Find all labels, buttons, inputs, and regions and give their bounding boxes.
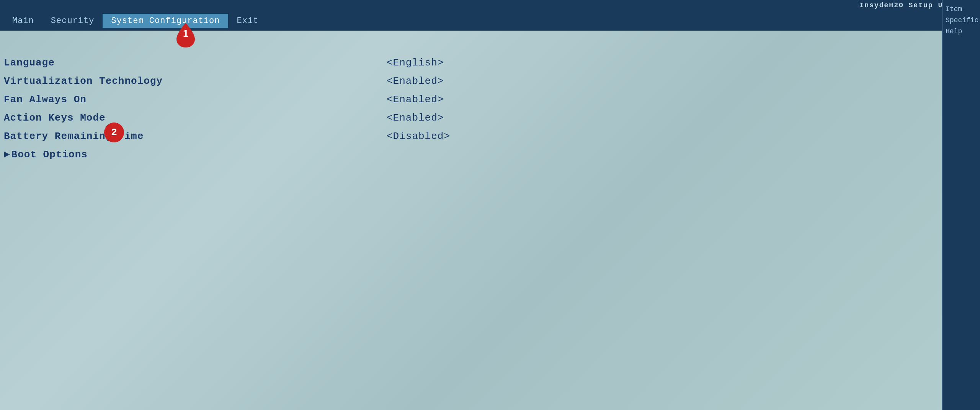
setting-row-language[interactable]: Language <English> [4, 54, 450, 72]
boot-options-arrow: ► [4, 149, 10, 160]
setting-label-action-keys: Action Keys Mode [4, 112, 234, 124]
annotation-2: 2 [104, 123, 124, 142]
annotation-2-label: 2 [111, 127, 117, 138]
setting-row-battery[interactable]: Battery Remaining Time <Disabled> [4, 127, 450, 145]
setting-row-virtualization[interactable]: Virtualization Technology <Enabled> [4, 72, 450, 90]
setting-label-fan: Fan Always On [4, 94, 234, 105]
menu-item-main[interactable]: Main [4, 14, 42, 28]
annotation-1: 1 [183, 31, 188, 39]
setting-row-fan[interactable]: Fan Always On <Enabled> [4, 90, 450, 109]
menu-item-system-configuration[interactable]: System Configuration [103, 14, 228, 28]
menu-item-security[interactable]: Security [42, 14, 103, 28]
settings-list: Language <English> Virtualization Techno… [4, 54, 450, 164]
setting-value-language: <English> [387, 57, 444, 69]
setting-value-action-keys: <Enabled> [387, 112, 444, 124]
setting-label-language: Language [4, 57, 234, 69]
setting-label-boot-options: Boot Options [11, 149, 241, 160]
setting-row-boot-options[interactable]: ► Boot Options [4, 145, 450, 164]
setting-row-action-keys[interactable]: Action Keys Mode <Enabled> [4, 109, 450, 127]
setting-value-virtualization: <Enabled> [387, 75, 444, 87]
annotation-1-label: 1 [183, 28, 188, 39]
menu-bar: Main Security System Configuration Exit [0, 11, 942, 31]
menu-item-exit[interactable]: Exit [228, 14, 267, 28]
setting-label-virtualization: Virtualization Technology [4, 75, 234, 87]
setting-value-fan: <Enabled> [387, 94, 444, 105]
sidebar-help-text: ItemSpecificHelp [942, 0, 980, 41]
setting-value-battery: <Disabled> [387, 131, 450, 142]
title-bar: InsydeH2O Setup Utility [0, 0, 980, 11]
right-sidebar: ItemSpecificHelp [942, 0, 980, 410]
content-area: Language <English> Virtualization Techno… [0, 31, 942, 410]
